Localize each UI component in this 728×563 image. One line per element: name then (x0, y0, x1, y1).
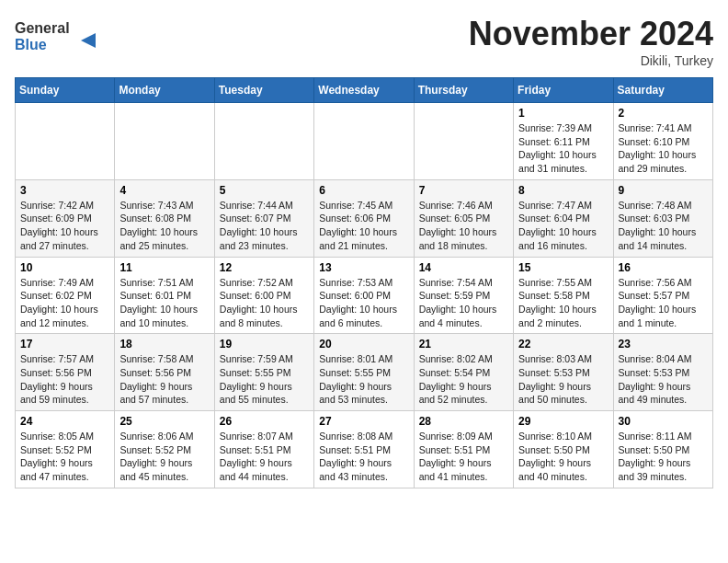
day-info: Sunrise: 8:10 AMSunset: 5:50 PMDaylight:… (518, 430, 608, 484)
svg-text:Blue: Blue (15, 37, 47, 52)
day-number: 3 (20, 184, 109, 197)
day-number: 29 (518, 415, 608, 428)
day-info: Sunrise: 7:43 AMSunset: 6:08 PMDaylight:… (119, 199, 209, 253)
day-number: 5 (220, 184, 309, 197)
day-info: Sunrise: 7:39 AMSunset: 6:11 PMDaylight:… (518, 121, 608, 176)
month-title: November 2024 (469, 15, 713, 53)
day-info: Sunrise: 7:49 AMSunset: 6:02 PMDaylight:… (20, 276, 109, 330)
day-info: Sunrise: 7:56 AMSunset: 5:57 PMDaylight:… (619, 276, 708, 330)
calendar-week-row: 24Sunrise: 8:05 AMSunset: 5:52 PMDayligh… (16, 411, 713, 488)
calendar-cell: 4Sunrise: 7:43 AMSunset: 6:08 PMDaylight… (115, 179, 214, 257)
svg-text:General: General (15, 20, 70, 36)
day-info: Sunrise: 7:59 AMSunset: 5:55 PMDaylight:… (220, 352, 309, 407)
calendar-week-row: 10Sunrise: 7:49 AMSunset: 6:02 PMDayligh… (16, 257, 713, 334)
calendar-cell: 22Sunrise: 8:03 AMSunset: 5:53 PMDayligh… (514, 334, 613, 411)
day-info: Sunrise: 7:58 AMSunset: 5:56 PMDaylight:… (119, 352, 209, 407)
calendar-cell (314, 103, 414, 180)
weekday-header: Thursday (414, 78, 513, 103)
calendar-cell: 12Sunrise: 7:52 AMSunset: 6:00 PMDayligh… (214, 257, 313, 334)
calendar-cell: 29Sunrise: 8:10 AMSunset: 5:50 PMDayligh… (514, 411, 613, 488)
calendar-cell: 1Sunrise: 7:39 AMSunset: 6:11 PMDaylight… (514, 103, 613, 180)
day-number: 20 (319, 338, 408, 350)
calendar-cell: 5Sunrise: 7:44 AMSunset: 6:07 PMDaylight… (214, 179, 313, 257)
day-number: 27 (319, 415, 408, 428)
day-number: 28 (419, 415, 508, 428)
day-number: 15 (518, 261, 608, 274)
calendar-cell: 9Sunrise: 7:48 AMSunset: 6:03 PMDaylight… (613, 179, 712, 257)
weekday-header: Saturday (613, 78, 712, 103)
calendar-week-row: 17Sunrise: 7:57 AMSunset: 5:56 PMDayligh… (16, 334, 713, 411)
calendar-cell: 21Sunrise: 8:02 AMSunset: 5:54 PMDayligh… (414, 334, 513, 411)
calendar-cell (214, 103, 313, 180)
day-info: Sunrise: 7:53 AMSunset: 6:00 PMDaylight:… (319, 276, 408, 330)
page-header: General Blue November 2024 Dikili, Turke… (15, 15, 713, 68)
title-block: November 2024 Dikili, Turkey (469, 15, 713, 68)
day-number: 25 (119, 415, 209, 428)
day-info: Sunrise: 8:11 AMSunset: 5:50 PMDaylight:… (619, 430, 708, 484)
day-number: 13 (319, 261, 408, 274)
day-number: 9 (619, 184, 708, 197)
calendar-cell: 3Sunrise: 7:42 AMSunset: 6:09 PMDaylight… (16, 179, 115, 257)
day-info: Sunrise: 7:48 AMSunset: 6:03 PMDaylight:… (619, 199, 708, 253)
calendar-cell: 14Sunrise: 7:54 AMSunset: 5:59 PMDayligh… (414, 257, 513, 334)
day-info: Sunrise: 8:02 AMSunset: 5:54 PMDaylight:… (419, 352, 508, 407)
calendar-cell: 24Sunrise: 8:05 AMSunset: 5:52 PMDayligh… (16, 411, 115, 488)
day-info: Sunrise: 7:42 AMSunset: 6:09 PMDaylight:… (20, 199, 109, 253)
day-number: 12 (220, 261, 309, 274)
day-number: 8 (518, 184, 608, 197)
day-number: 4 (119, 184, 209, 197)
day-number: 6 (319, 184, 408, 197)
calendar-cell (115, 103, 214, 180)
day-info: Sunrise: 7:44 AMSunset: 6:07 PMDaylight:… (220, 199, 309, 253)
day-number: 10 (20, 261, 109, 274)
logo-svg: General Blue (15, 15, 97, 55)
calendar-cell: 26Sunrise: 8:07 AMSunset: 5:51 PMDayligh… (214, 411, 313, 488)
calendar-header-row: SundayMondayTuesdayWednesdayThursdayFrid… (16, 78, 713, 103)
day-info: Sunrise: 8:05 AMSunset: 5:52 PMDaylight:… (20, 430, 109, 484)
day-info: Sunrise: 7:51 AMSunset: 6:01 PMDaylight:… (119, 276, 209, 330)
day-number: 30 (619, 415, 708, 428)
calendar-week-row: 3Sunrise: 7:42 AMSunset: 6:09 PMDaylight… (16, 179, 713, 257)
day-info: Sunrise: 7:54 AMSunset: 5:59 PMDaylight:… (419, 276, 508, 330)
calendar-cell: 7Sunrise: 7:46 AMSunset: 6:05 PMDaylight… (414, 179, 513, 257)
weekday-header: Monday (115, 78, 214, 103)
day-info: Sunrise: 7:55 AMSunset: 5:58 PMDaylight:… (518, 276, 608, 330)
location: Dikili, Turkey (469, 53, 713, 68)
day-info: Sunrise: 7:41 AMSunset: 6:10 PMDaylight:… (619, 121, 708, 176)
day-number: 24 (20, 415, 109, 428)
day-number: 21 (419, 338, 508, 350)
day-info: Sunrise: 8:08 AMSunset: 5:51 PMDaylight:… (319, 430, 408, 484)
day-info: Sunrise: 7:47 AMSunset: 6:04 PMDaylight:… (518, 199, 608, 253)
day-number: 26 (220, 415, 309, 428)
calendar-cell: 6Sunrise: 7:45 AMSunset: 6:06 PMDaylight… (314, 179, 414, 257)
day-number: 14 (419, 261, 508, 274)
day-number: 1 (518, 107, 608, 120)
day-info: Sunrise: 8:09 AMSunset: 5:51 PMDaylight:… (419, 430, 508, 484)
logo: General Blue (15, 15, 97, 60)
calendar-cell: 17Sunrise: 7:57 AMSunset: 5:56 PMDayligh… (16, 334, 115, 411)
day-info: Sunrise: 8:04 AMSunset: 5:53 PMDaylight:… (619, 352, 708, 407)
calendar-cell: 10Sunrise: 7:49 AMSunset: 6:02 PMDayligh… (16, 257, 115, 334)
calendar-cell: 13Sunrise: 7:53 AMSunset: 6:00 PMDayligh… (314, 257, 414, 334)
day-number: 2 (619, 107, 708, 120)
calendar-cell: 20Sunrise: 8:01 AMSunset: 5:55 PMDayligh… (314, 334, 414, 411)
logo-text-block: General Blue (15, 15, 97, 60)
day-info: Sunrise: 7:57 AMSunset: 5:56 PMDaylight:… (20, 352, 109, 407)
weekday-header: Tuesday (214, 78, 313, 103)
day-info: Sunrise: 8:06 AMSunset: 5:52 PMDaylight:… (119, 430, 209, 484)
day-number: 19 (220, 338, 309, 350)
day-number: 22 (518, 338, 608, 350)
weekday-header: Friday (514, 78, 613, 103)
calendar-cell: 16Sunrise: 7:56 AMSunset: 5:57 PMDayligh… (613, 257, 712, 334)
day-info: Sunrise: 8:07 AMSunset: 5:51 PMDaylight:… (220, 430, 309, 484)
day-number: 7 (419, 184, 508, 197)
calendar-cell: 27Sunrise: 8:08 AMSunset: 5:51 PMDayligh… (314, 411, 414, 488)
calendar-cell: 11Sunrise: 7:51 AMSunset: 6:01 PMDayligh… (115, 257, 214, 334)
day-number: 17 (20, 338, 109, 350)
calendar-cell: 18Sunrise: 7:58 AMSunset: 5:56 PMDayligh… (115, 334, 214, 411)
day-number: 23 (619, 338, 708, 350)
calendar-cell (16, 103, 115, 180)
calendar-cell: 28Sunrise: 8:09 AMSunset: 5:51 PMDayligh… (414, 411, 513, 488)
calendar-cell: 15Sunrise: 7:55 AMSunset: 5:58 PMDayligh… (514, 257, 613, 334)
svg-marker-2 (81, 33, 96, 48)
